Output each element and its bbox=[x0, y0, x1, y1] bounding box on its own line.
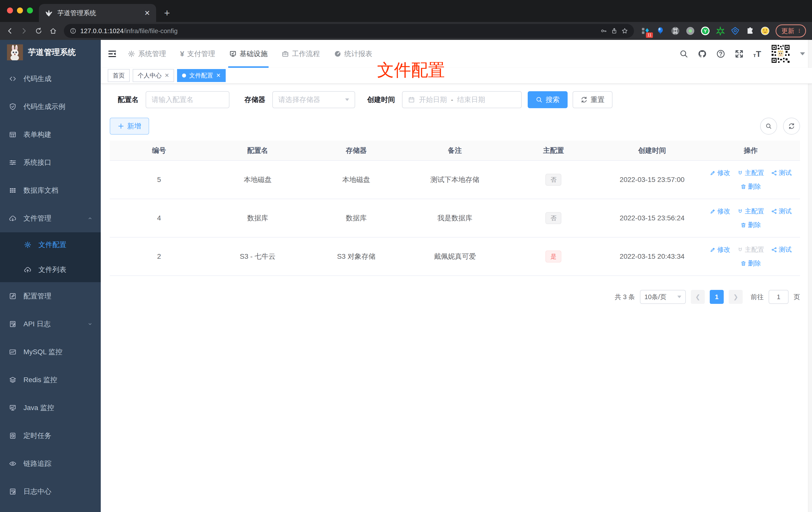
sidebar-subitem[interactable]: 文件列表 bbox=[0, 257, 101, 282]
y-ext-icon[interactable]: Y bbox=[701, 26, 710, 35]
sidebar-item[interactable]: 配置管理 bbox=[0, 282, 101, 310]
minimize-window-button[interactable] bbox=[17, 7, 23, 13]
emoji-ext-icon[interactable] bbox=[761, 26, 770, 35]
new-tab-button[interactable]: + bbox=[164, 8, 170, 18]
action-magnet-link[interactable]: 主配置 bbox=[737, 207, 764, 216]
sidebar-item[interactable]: 数据库文档 bbox=[0, 177, 101, 204]
sidebar-item[interactable]: MySQL 监控 bbox=[0, 338, 101, 366]
add-button[interactable]: 新增 bbox=[110, 118, 149, 134]
password-key-icon[interactable] bbox=[601, 28, 607, 34]
sidebar-item[interactable]: API 日志 bbox=[0, 310, 101, 338]
close-window-button[interactable] bbox=[7, 7, 13, 13]
tag-view[interactable]: 首页 bbox=[108, 69, 130, 82]
config-name-input[interactable]: 请输入配置名 bbox=[146, 91, 229, 108]
maximize-window-button[interactable] bbox=[27, 7, 33, 13]
action-trash-link[interactable]: 删除 bbox=[741, 182, 761, 191]
topnav-item[interactable]: 工作流程 bbox=[274, 40, 327, 68]
site-info-icon[interactable] bbox=[70, 28, 76, 34]
table-search-toggle-button[interactable] bbox=[760, 118, 777, 134]
main-area: 文件配置 系统管理¥支付管理基础设施工作流程统计报表 тT bbox=[101, 40, 812, 512]
reload-icon[interactable] bbox=[35, 27, 42, 35]
browser-menu-icon[interactable]: ⁝ bbox=[798, 28, 800, 34]
sidebar-subitem[interactable]: 文件配置 bbox=[0, 232, 101, 257]
topnav-item[interactable]: 系统管理 bbox=[121, 40, 173, 68]
sidebar-item[interactable]: Java 监控 bbox=[0, 394, 101, 422]
back-icon[interactable] bbox=[6, 27, 13, 35]
url-bar[interactable]: 127.0.0.1:1024/infra/file/file-config bbox=[64, 24, 634, 38]
tag-close-icon[interactable]: ✕ bbox=[216, 72, 221, 79]
next-page-button[interactable]: ❯ bbox=[729, 290, 743, 304]
search-button[interactable]: 搜索 bbox=[528, 91, 568, 108]
forward-icon[interactable] bbox=[21, 27, 28, 35]
user-dropdown-caret-icon[interactable] bbox=[800, 52, 805, 55]
browser-update-button[interactable]: 更新 ⁝ bbox=[776, 24, 806, 37]
cell-created: 2022-03-15 23:56:24 bbox=[603, 199, 701, 237]
panel-ext-icon[interactable]: 11 bbox=[641, 26, 650, 35]
scrollbar[interactable] bbox=[808, 40, 812, 512]
puzzle-ext-icon[interactable] bbox=[746, 26, 755, 35]
tag-close-icon[interactable]: ✕ bbox=[165, 72, 169, 79]
cell-id: 2 bbox=[110, 237, 208, 276]
action-magnet-link[interactable]: 主配置 bbox=[737, 169, 764, 177]
cell-name: 数据库 bbox=[208, 199, 307, 237]
goto-page-input[interactable]: 1 bbox=[768, 290, 788, 304]
star-ext-icon[interactable] bbox=[716, 26, 725, 35]
record-ext-icon[interactable] bbox=[686, 26, 695, 35]
table-refresh-button[interactable] bbox=[783, 118, 800, 134]
action-magnet-link[interactable]: 主配置 bbox=[737, 245, 764, 254]
sidebar-item[interactable]: 系统接口 bbox=[0, 149, 101, 177]
bookmark-star-icon[interactable] bbox=[621, 28, 628, 34]
prev-page-button[interactable]: ❮ bbox=[691, 290, 705, 304]
user-avatar-qr[interactable] bbox=[771, 44, 790, 64]
font-size-icon[interactable]: тT bbox=[753, 50, 761, 58]
action-trash-link[interactable]: 删除 bbox=[741, 220, 761, 229]
reset-button[interactable]: 重置 bbox=[573, 91, 612, 108]
action-share-nodes-link[interactable]: 测试 bbox=[771, 207, 791, 216]
sidebar-item[interactable]: 链路追踪 bbox=[0, 450, 101, 478]
fullscreen-icon[interactable] bbox=[735, 49, 744, 58]
sidebar-collapse-icon[interactable] bbox=[108, 49, 117, 58]
sidebar-item[interactable]: 代码生成 bbox=[0, 65, 101, 93]
sidebar-item[interactable]: 定时任务 bbox=[0, 422, 101, 450]
shield-check-icon bbox=[9, 103, 17, 111]
tag-view[interactable]: 文件配置✕ bbox=[177, 69, 226, 82]
action-pencil-link[interactable]: 修改 bbox=[710, 169, 730, 177]
sidebar-item[interactable]: 日志中心 bbox=[0, 478, 101, 506]
date-range-picker[interactable]: 开始日期 - 结束日期 bbox=[402, 91, 522, 108]
sidebar-item[interactable]: 代码生成示例 bbox=[0, 93, 101, 121]
action-pencil-link[interactable]: 修改 bbox=[710, 245, 730, 254]
tags-bar: 首页个人中心✕文件配置✕ bbox=[101, 68, 812, 84]
page-size-select[interactable]: 10条/页 bbox=[640, 290, 686, 304]
sidebar-item[interactable]: 文件管理 bbox=[0, 204, 101, 232]
target-ext-icon[interactable] bbox=[731, 26, 740, 35]
search-icon[interactable] bbox=[679, 49, 688, 58]
action-label: 测试 bbox=[779, 207, 791, 216]
window-controls[interactable] bbox=[7, 7, 33, 13]
home-icon[interactable] bbox=[49, 27, 57, 35]
sidebar-item-label: Redis 监控 bbox=[24, 375, 57, 385]
topnav-item[interactable]: 基础设施 bbox=[222, 40, 274, 68]
share-icon[interactable] bbox=[611, 28, 617, 34]
command-ext-icon[interactable] bbox=[671, 26, 680, 35]
topnav-item[interactable]: 统计报表 bbox=[327, 40, 379, 68]
svg-text:Y: Y bbox=[704, 29, 707, 34]
sidebar-item[interactable]: 表单构建 bbox=[0, 121, 101, 149]
topnav-item[interactable]: ¥支付管理 bbox=[173, 40, 222, 68]
balloon-ext-icon[interactable] bbox=[656, 26, 665, 35]
help-icon[interactable] bbox=[716, 49, 725, 58]
action-share-nodes-link[interactable]: 测试 bbox=[771, 169, 791, 177]
storage-select[interactable]: 请选择存储器 bbox=[272, 91, 355, 108]
master-status-badge: 否 bbox=[545, 212, 561, 224]
app-logo[interactable]: 芋道管理系统 bbox=[0, 40, 101, 65]
tab-close-icon[interactable]: ✕ bbox=[144, 9, 150, 17]
sidebar-item[interactable]: Redis 监控 bbox=[0, 366, 101, 394]
share-nodes-icon bbox=[771, 247, 777, 253]
action-share-nodes-link[interactable]: 测试 bbox=[771, 245, 791, 254]
github-icon[interactable] bbox=[698, 49, 707, 58]
action-trash-link[interactable]: 删除 bbox=[741, 259, 761, 268]
action-label: 修改 bbox=[717, 207, 730, 216]
action-pencil-link[interactable]: 修改 bbox=[710, 207, 730, 216]
browser-tab[interactable]: 芋道管理系统 ✕ bbox=[39, 4, 156, 22]
tag-view[interactable]: 个人中心✕ bbox=[133, 69, 174, 82]
page-number-current[interactable]: 1 bbox=[710, 290, 724, 304]
